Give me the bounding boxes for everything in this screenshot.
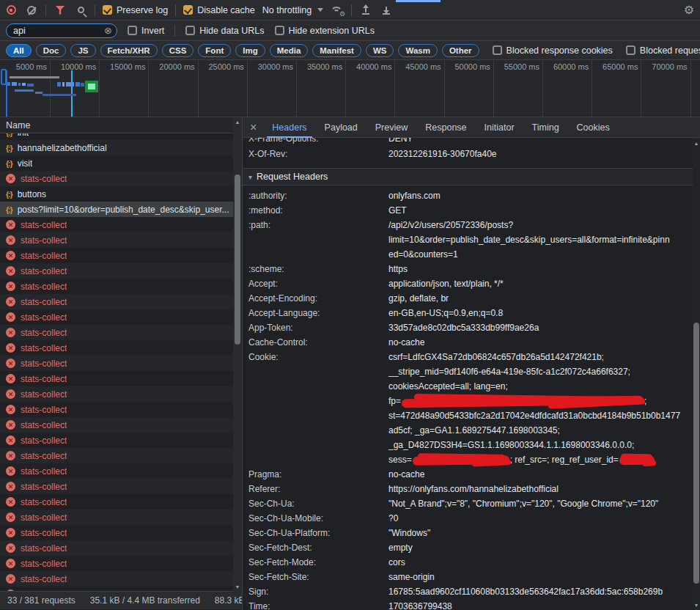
scroll-down-icon[interactable]: ▼ <box>693 603 700 608</box>
request-row[interactable]: ✕stats-collect <box>0 540 242 556</box>
filter-pill-all[interactable]: All <box>6 44 32 57</box>
header-value-line: __stripe_mid=9df140f6-e64a-419e-85fc-a1c… <box>388 364 685 379</box>
hide-data-urls-label: Hide data URLs <box>199 26 264 36</box>
hide-extension-urls-checkbox[interactable] <box>275 26 284 35</box>
request-row[interactable]: ✕stats-collect <box>0 248 242 263</box>
request-row[interactable]: ✕stats-collect <box>0 371 242 386</box>
invert-label: Invert <box>141 26 164 36</box>
tab-response[interactable]: Response <box>417 117 474 138</box>
scroll-down-icon[interactable]: ▼ <box>233 584 242 589</box>
record-button[interactable] <box>4 4 18 17</box>
header-key: Pragma: <box>243 467 388 482</box>
export-har-button[interactable] <box>380 4 393 17</box>
request-row[interactable]: ✕stats-collect <box>0 556 242 571</box>
filter-pill-fetch-xhr[interactable]: Fetch/XHR <box>100 44 158 57</box>
request-row[interactable]: ✕stats-collect <box>0 402 242 417</box>
tab-preview[interactable]: Preview <box>367 117 416 138</box>
toolbar-divider <box>175 4 176 16</box>
timeline-tick-label: 70000 ms <box>641 62 688 71</box>
request-row[interactable]: ✕stats-collect <box>0 309 242 325</box>
filter-pill-css[interactable]: CSS <box>162 44 194 57</box>
network-conditions-icon: ⚙ <box>331 5 344 15</box>
scroll-up-icon[interactable]: ▲ <box>693 141 700 146</box>
clear-filter-icon[interactable]: ⊗ <box>104 26 112 35</box>
tab-cookies[interactable]: Cookies <box>569 117 618 138</box>
filter-pill-js[interactable]: JS <box>70 44 95 57</box>
request-row[interactable]: ✕stats-collect <box>0 510 242 525</box>
tab-timing[interactable]: Timing <box>524 117 567 138</box>
import-har-button[interactable] <box>359 4 372 17</box>
request-row[interactable]: ✕stats-collect <box>0 525 242 540</box>
request-row[interactable]: {:}hannahelizabethofficial <box>0 140 242 155</box>
disclosure-triangle-icon: ▾ <box>248 173 252 181</box>
request-row[interactable]: ✕stats-collect <box>0 340 242 356</box>
request-row[interactable]: ✕stats-collect <box>0 171 242 186</box>
invert-checkbox[interactable] <box>128 26 137 35</box>
request-row[interactable]: ✕stats-collect <box>0 571 242 587</box>
tab-headers[interactable]: Headers <box>264 117 314 138</box>
detail-scrollbar[interactable]: ▲ ▼ <box>693 138 700 610</box>
request-row[interactable]: ✕stats-collect <box>0 232 242 248</box>
request-row[interactable]: ✕stats-collect <box>0 217 242 232</box>
request-list-scrollbar[interactable]: ▲ ▼ <box>233 117 242 592</box>
request-row[interactable]: ✕stats-collect <box>0 479 242 494</box>
scroll-up-icon[interactable]: ▲ <box>233 120 242 125</box>
settings-button[interactable]: ⚙ <box>682 4 696 17</box>
scrollbar-thumb[interactable] <box>693 323 699 584</box>
clear-log-button[interactable] <box>25 4 38 17</box>
request-row[interactable]: {:}visit <box>0 155 242 171</box>
search-button[interactable] <box>74 4 87 17</box>
filter-pill-manifest[interactable]: Manifest <box>312 44 361 57</box>
filter-pill-wasm[interactable]: Wasm <box>398 44 437 57</box>
request-row[interactable]: ✕stats-collect <box>0 494 242 510</box>
hide-extension-urls-label: Hide extension URLs <box>289 26 375 36</box>
hide-data-urls-checkbox[interactable] <box>185 26 195 35</box>
blocked-response-cookies-checkbox[interactable] <box>493 45 502 55</box>
request-name: stats-collect <box>21 312 67 323</box>
preserve-log-checkbox[interactable] <box>103 5 112 15</box>
header-value-line: 33d57ade8c02dbc5a333db99ff9ae26a <box>388 320 685 335</box>
request-row[interactable]: ✕stats-collect <box>0 433 242 448</box>
request-row[interactable]: ✕stats-collect <box>0 448 242 463</box>
request-row[interactable]: ✕stats-collect <box>0 325 242 340</box>
header-key: Time: <box>243 599 388 610</box>
close-icon[interactable]: × <box>250 122 257 133</box>
tab-initiator[interactable]: Initiator <box>476 117 523 138</box>
header-value: cors <box>388 555 685 570</box>
network-conditions-button[interactable]: ⚙ <box>331 4 344 17</box>
header-value-line: _ga_D4827DS3H4=GS1.1.1698003344.1.1.1698… <box>388 438 685 452</box>
filter-pill-img[interactable]: Img <box>235 44 265 57</box>
waterfall-bar <box>22 83 26 86</box>
timeline-tick-label: 20000 ms <box>148 62 195 71</box>
filter-pill-doc[interactable]: Doc <box>36 44 67 57</box>
filter-pill-media[interactable]: Media <box>270 44 309 57</box>
request-row[interactable]: ✕stats-collect <box>0 587 242 591</box>
filter-pill-other[interactable]: Other <box>442 44 479 57</box>
network-toolbar: Preserve log Disable cache No throttling… <box>0 0 700 21</box>
request-row[interactable]: {:}init <box>0 133 242 140</box>
filter-pill-ws[interactable]: WS <box>366 44 394 57</box>
request-row[interactable]: ✕stats-collect <box>0 463 242 479</box>
filter-input[interactable] <box>13 26 101 36</box>
request-headers-section-header[interactable]: ▾ Request Headers <box>243 168 700 185</box>
request-row[interactable]: {:}buttons <box>0 186 242 202</box>
request-row[interactable]: ✕stats-collect <box>0 263 242 279</box>
filter-toggle-button[interactable] <box>54 4 67 17</box>
waterfall-bar <box>15 89 34 92</box>
filter-input-box: ⊗ <box>6 23 117 38</box>
throttling-dropdown[interactable]: No throttling <box>262 5 323 15</box>
tab-payload[interactable]: Payload <box>317 117 366 138</box>
disable-cache-checkbox[interactable] <box>183 5 193 15</box>
request-row[interactable]: {:}posts?limit=10&order=publish_date_des… <box>0 202 242 217</box>
request-row[interactable]: ✕stats-collect <box>0 356 242 371</box>
name-column-header[interactable]: Name <box>0 117 242 133</box>
network-overview[interactable]: 5000 ms10000 ms15000 ms20000 ms25000 ms3… <box>0 60 700 117</box>
filter-pill-font[interactable]: Font <box>198 44 231 57</box>
timeline-tick-label: 25000 ms <box>197 62 244 71</box>
request-row[interactable]: ✕stats-collect <box>0 279 242 294</box>
request-row[interactable]: ✕stats-collect <box>0 386 242 402</box>
scrollbar-thumb[interactable] <box>235 174 240 345</box>
request-row[interactable]: ✕stats-collect <box>0 417 242 433</box>
blocked-requests-checkbox[interactable] <box>626 45 635 55</box>
request-row[interactable]: ✕stats-collect <box>0 294 242 309</box>
